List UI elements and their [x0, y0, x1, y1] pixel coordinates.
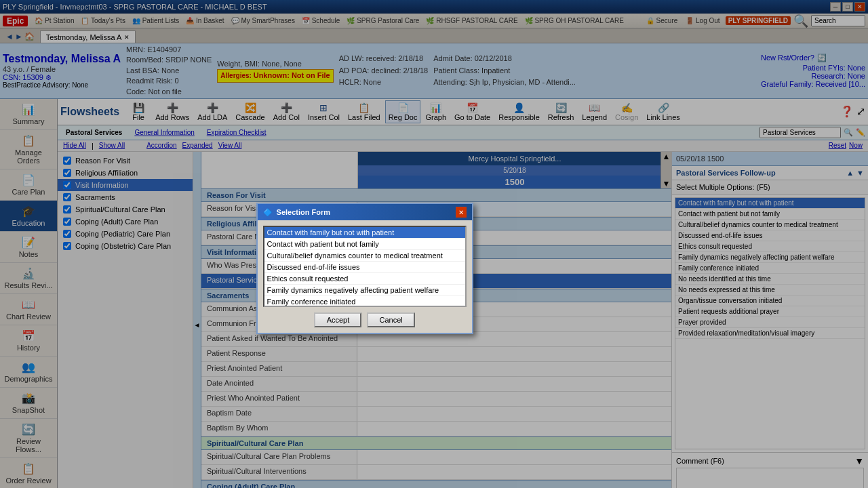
selection-form-modal: 🔷 Selection Form ✕ Contact with family b…	[256, 203, 473, 334]
modal-close-btn[interactable]: ✕	[456, 207, 467, 218]
modal-item-2[interactable]: Cultural/belief dynamics counter to medi…	[264, 250, 465, 262]
modal-cancel-btn[interactable]: Cancel	[367, 312, 414, 327]
modal-list: Contact with family but not with patient…	[263, 226, 467, 307]
modal-overlay: 🔷 Selection Form ✕ Contact with family b…	[0, 0, 868, 488]
modal-accept-btn[interactable]: Accept	[314, 312, 361, 327]
modal-item-0[interactable]: Contact with family but not with patient	[264, 227, 465, 239]
modal-item-3[interactable]: Discussed end-of-life issues	[264, 262, 465, 273]
modal-buttons: Accept Cancel	[263, 312, 467, 327]
modal-item-6[interactable]: Family conference initiated	[264, 296, 465, 307]
modal-body: Contact with family but not with patient…	[258, 220, 472, 333]
modal-item-4[interactable]: Ethics consult requested	[264, 273, 465, 285]
modal-item-5[interactable]: Family dynamics negatively affecting pat…	[264, 285, 465, 296]
modal-titlebar: 🔷 Selection Form ✕	[258, 204, 472, 220]
modal-item-1[interactable]: Contact with patient but not family	[264, 239, 465, 250]
modal-title: Selection Form	[277, 208, 330, 216]
modal-icon: 🔷	[263, 208, 273, 217]
